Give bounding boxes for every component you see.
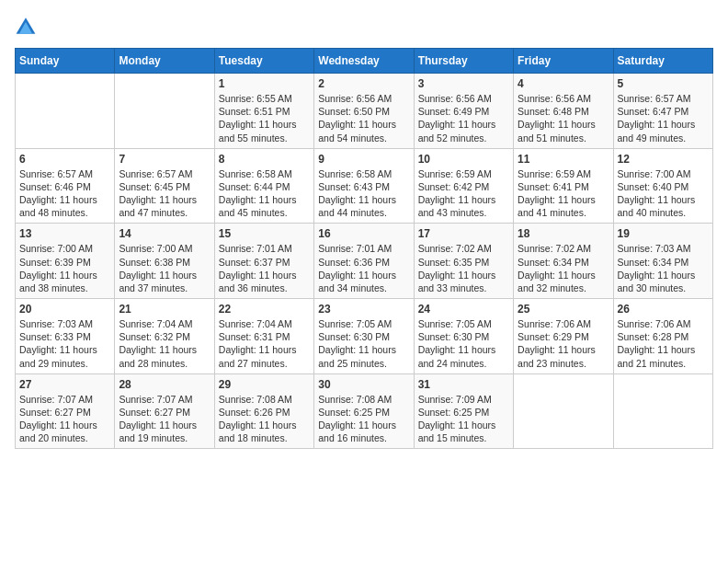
cell-content: Sunrise: 7:02 AM Sunset: 6:34 PM Dayligh… [518, 242, 609, 294]
day-number: 27 [19, 378, 110, 391]
header-sunday: Sunday [16, 49, 115, 74]
day-number: 26 [618, 303, 709, 316]
cell-content: Sunrise: 7:04 AM Sunset: 6:32 PM Dayligh… [119, 317, 210, 370]
day-number: 11 [518, 153, 609, 166]
cell-content: Sunrise: 6:59 AM Sunset: 6:41 PM Dayligh… [518, 167, 609, 220]
cell-content: Sunrise: 7:02 AM Sunset: 6:35 PM Dayligh… [418, 242, 509, 294]
calendar-cell: 1Sunrise: 6:55 AM Sunset: 6:51 PM Daylig… [214, 74, 313, 149]
cell-content: Sunrise: 7:01 AM Sunset: 6:37 PM Dayligh… [219, 242, 310, 294]
calendar-cell: 21Sunrise: 7:04 AM Sunset: 6:32 PM Dayli… [115, 299, 214, 374]
calendar-cell: 31Sunrise: 7:09 AM Sunset: 6:25 PM Dayli… [414, 373, 513, 449]
calendar-cell: 12Sunrise: 7:00 AM Sunset: 6:40 PM Dayli… [613, 148, 712, 224]
calendar-cell: 5Sunrise: 6:57 AM Sunset: 6:47 PM Daylig… [613, 74, 712, 149]
calendar-cell: 23Sunrise: 7:05 AM Sunset: 6:30 PM Dayli… [314, 299, 414, 374]
calendar-cell: 25Sunrise: 7:06 AM Sunset: 6:29 PM Dayli… [514, 299, 613, 374]
cell-content: Sunrise: 7:08 AM Sunset: 6:25 PM Dayligh… [318, 393, 409, 445]
cell-content: Sunrise: 6:56 AM Sunset: 6:48 PM Dayligh… [518, 92, 609, 144]
calendar-week-row: 1Sunrise: 6:55 AM Sunset: 6:51 PM Daylig… [16, 74, 713, 149]
calendar-cell: 20Sunrise: 7:03 AM Sunset: 6:33 PM Dayli… [16, 299, 115, 374]
calendar-cell: 10Sunrise: 6:59 AM Sunset: 6:42 PM Dayli… [414, 148, 513, 224]
logo-icon [15, 15, 37, 37]
day-number: 12 [618, 153, 709, 166]
calendar-cell [115, 74, 214, 149]
logo [15, 15, 40, 37]
calendar-cell: 18Sunrise: 7:02 AM Sunset: 6:34 PM Dayli… [514, 224, 613, 299]
cell-content: Sunrise: 6:58 AM Sunset: 6:44 PM Dayligh… [219, 167, 310, 220]
cell-content: Sunrise: 7:04 AM Sunset: 6:31 PM Dayligh… [219, 317, 310, 370]
calendar-cell: 15Sunrise: 7:01 AM Sunset: 6:37 PM Dayli… [214, 224, 313, 299]
calendar-cell: 22Sunrise: 7:04 AM Sunset: 6:31 PM Dayli… [214, 299, 313, 374]
cell-content: Sunrise: 7:03 AM Sunset: 6:34 PM Dayligh… [618, 242, 709, 294]
day-number: 31 [418, 378, 509, 391]
cell-content: Sunrise: 6:56 AM Sunset: 6:50 PM Dayligh… [318, 92, 409, 144]
calendar-cell: 6Sunrise: 6:57 AM Sunset: 6:46 PM Daylig… [16, 148, 115, 224]
calendar-cell: 9Sunrise: 6:58 AM Sunset: 6:43 PM Daylig… [314, 148, 414, 224]
cell-content: Sunrise: 7:08 AM Sunset: 6:26 PM Dayligh… [219, 393, 310, 445]
day-number: 18 [518, 227, 609, 240]
day-number: 23 [318, 303, 409, 316]
cell-content: Sunrise: 6:59 AM Sunset: 6:42 PM Dayligh… [418, 167, 509, 220]
day-number: 13 [19, 227, 110, 240]
calendar-cell: 26Sunrise: 7:06 AM Sunset: 6:28 PM Dayli… [613, 299, 712, 374]
header-wednesday: Wednesday [314, 49, 414, 74]
calendar-cell: 17Sunrise: 7:02 AM Sunset: 6:35 PM Dayli… [414, 224, 513, 299]
header-monday: Monday [115, 49, 214, 74]
cell-content: Sunrise: 7:05 AM Sunset: 6:30 PM Dayligh… [318, 317, 409, 370]
day-number: 30 [318, 378, 409, 391]
page-header [15, 15, 713, 37]
cell-content: Sunrise: 7:00 AM Sunset: 6:39 PM Dayligh… [19, 242, 110, 294]
day-number: 10 [418, 153, 509, 166]
day-number: 2 [318, 77, 409, 90]
calendar-cell: 13Sunrise: 7:00 AM Sunset: 6:39 PM Dayli… [16, 224, 115, 299]
calendar-cell: 3Sunrise: 6:56 AM Sunset: 6:49 PM Daylig… [414, 74, 513, 149]
cell-content: Sunrise: 7:00 AM Sunset: 6:38 PM Dayligh… [119, 242, 210, 294]
day-number: 5 [618, 77, 709, 90]
day-number: 6 [19, 153, 110, 166]
calendar-header-row: SundayMondayTuesdayWednesdayThursdayFrid… [16, 49, 713, 74]
cell-content: Sunrise: 7:03 AM Sunset: 6:33 PM Dayligh… [19, 317, 110, 370]
header-saturday: Saturday [613, 49, 712, 74]
calendar-week-row: 13Sunrise: 7:00 AM Sunset: 6:39 PM Dayli… [16, 224, 713, 299]
calendar-cell [613, 373, 712, 449]
calendar-cell [514, 373, 613, 449]
header-tuesday: Tuesday [214, 49, 313, 74]
day-number: 21 [119, 303, 210, 316]
day-number: 17 [418, 227, 509, 240]
cell-content: Sunrise: 6:55 AM Sunset: 6:51 PM Dayligh… [219, 92, 310, 144]
calendar-cell: 29Sunrise: 7:08 AM Sunset: 6:26 PM Dayli… [214, 373, 313, 449]
calendar-cell: 27Sunrise: 7:07 AM Sunset: 6:27 PM Dayli… [16, 373, 115, 449]
calendar-cell: 30Sunrise: 7:08 AM Sunset: 6:25 PM Dayli… [314, 373, 414, 449]
day-number: 7 [119, 153, 210, 166]
calendar-cell: 11Sunrise: 6:59 AM Sunset: 6:41 PM Dayli… [514, 148, 613, 224]
day-number: 22 [219, 303, 310, 316]
day-number: 9 [318, 153, 409, 166]
day-number: 14 [119, 227, 210, 240]
cell-content: Sunrise: 7:05 AM Sunset: 6:30 PM Dayligh… [418, 317, 509, 370]
day-number: 16 [318, 227, 409, 240]
calendar-cell: 8Sunrise: 6:58 AM Sunset: 6:44 PM Daylig… [214, 148, 313, 224]
day-number: 1 [219, 77, 310, 90]
day-number: 4 [518, 77, 609, 90]
header-thursday: Thursday [414, 49, 513, 74]
day-number: 20 [19, 303, 110, 316]
day-number: 15 [219, 227, 310, 240]
calendar-cell: 16Sunrise: 7:01 AM Sunset: 6:36 PM Dayli… [314, 224, 414, 299]
cell-content: Sunrise: 7:00 AM Sunset: 6:40 PM Dayligh… [618, 167, 709, 220]
calendar-cell: 2Sunrise: 6:56 AM Sunset: 6:50 PM Daylig… [314, 74, 414, 149]
cell-content: Sunrise: 7:09 AM Sunset: 6:25 PM Dayligh… [418, 393, 509, 445]
cell-content: Sunrise: 7:01 AM Sunset: 6:36 PM Dayligh… [318, 242, 409, 294]
calendar-cell [16, 74, 115, 149]
cell-content: Sunrise: 6:56 AM Sunset: 6:49 PM Dayligh… [418, 92, 509, 144]
cell-content: Sunrise: 7:07 AM Sunset: 6:27 PM Dayligh… [119, 393, 210, 445]
cell-content: Sunrise: 7:06 AM Sunset: 6:28 PM Dayligh… [618, 317, 709, 370]
calendar-cell: 19Sunrise: 7:03 AM Sunset: 6:34 PM Dayli… [613, 224, 712, 299]
calendar-cell: 4Sunrise: 6:56 AM Sunset: 6:48 PM Daylig… [514, 74, 613, 149]
day-number: 3 [418, 77, 509, 90]
cell-content: Sunrise: 6:57 AM Sunset: 6:45 PM Dayligh… [119, 167, 210, 220]
cell-content: Sunrise: 6:57 AM Sunset: 6:47 PM Dayligh… [618, 92, 709, 144]
calendar-cell: 7Sunrise: 6:57 AM Sunset: 6:45 PM Daylig… [115, 148, 214, 224]
calendar-week-row: 6Sunrise: 6:57 AM Sunset: 6:46 PM Daylig… [16, 148, 713, 224]
day-number: 24 [418, 303, 509, 316]
day-number: 19 [618, 227, 709, 240]
cell-content: Sunrise: 7:06 AM Sunset: 6:29 PM Dayligh… [518, 317, 609, 370]
